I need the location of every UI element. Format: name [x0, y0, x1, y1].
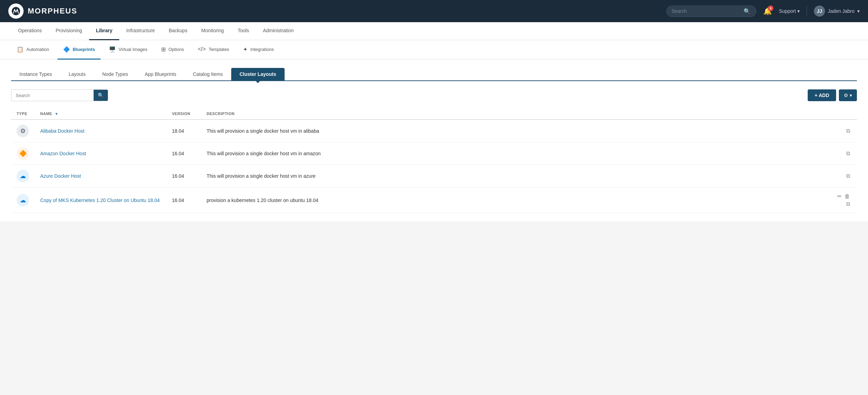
blueprints-icon: 🔷: [63, 46, 70, 53]
cell-actions: ⧉: [829, 120, 857, 142]
sort-arrow-icon: ▼: [55, 112, 58, 116]
support-chevron-icon: ▾: [797, 8, 800, 14]
subnav-blueprints-label: Blueprints: [73, 47, 95, 52]
col-header-version: VERSION: [166, 108, 201, 120]
svg-point-0: [12, 7, 20, 15]
user-name: Jaden Jabro: [828, 8, 854, 14]
blueprint-tabs: Instance Types Layouts Node Types App Bl…: [11, 68, 857, 81]
add-button[interactable]: + ADD: [808, 89, 836, 101]
table-search-input[interactable]: [11, 90, 94, 101]
cell-description: provision a kubernetes 1.20 cluster on u…: [201, 187, 829, 213]
subnav-templates[interactable]: </> Templates: [192, 40, 235, 60]
user-chevron-icon: ▾: [857, 8, 860, 14]
logo-area: MORPHEUS: [8, 3, 77, 19]
col-header-type: TYPE: [11, 108, 35, 120]
integrations-icon: ✦: [243, 46, 248, 53]
cell-version: 16.04: [166, 165, 201, 187]
virtual-images-icon: 🖥️: [109, 46, 116, 53]
nav-item-backups[interactable]: Backups: [162, 22, 194, 40]
subnav-options-label: Options: [168, 47, 184, 52]
table-row: ⚙Alibaba Docker Host18.04This will provi…: [11, 120, 857, 142]
list-toolbar: 🔍 + ADD ⚙ ▾: [11, 89, 857, 101]
cell-actions: ✏🗑⧉: [829, 187, 857, 213]
gear-dropdown-icon: ▾: [850, 93, 852, 98]
cell-type: 🔶: [11, 142, 35, 165]
nav-item-infrastructure[interactable]: Infrastructure: [119, 22, 162, 40]
nav-item-tools[interactable]: Tools: [231, 22, 256, 40]
options-icon: ⊞: [161, 46, 166, 53]
tab-app-blueprints[interactable]: App Blueprints: [136, 68, 184, 80]
nav-item-operations[interactable]: Operations: [11, 22, 49, 40]
automation-icon: 📋: [17, 46, 24, 53]
subnav-automation[interactable]: 📋 Automation: [11, 40, 55, 60]
subnav-integrations[interactable]: ✦ Integrations: [237, 40, 279, 60]
cell-description: This will provision a single docker host…: [201, 142, 829, 165]
table-header-row: TYPE NAME ▼ VERSION DESCRIPTION: [11, 108, 857, 120]
tab-node-types[interactable]: Node Types: [94, 68, 136, 80]
table-search-button[interactable]: 🔍: [94, 90, 108, 101]
cell-version: 16.04: [166, 187, 201, 213]
copy-button[interactable]: ⧉: [845, 150, 851, 157]
table-row: ☁Copy of MKS Kubernetes 1.20 Cluster on …: [11, 187, 857, 213]
nav-item-provisioning[interactable]: Provisioning: [49, 22, 89, 40]
copy-button[interactable]: ⧉: [845, 127, 851, 135]
sub-navbar: 📋 Automation 🔷 Blueprints 🖥️ Virtual Ima…: [0, 40, 868, 60]
nav-item-library[interactable]: Library: [89, 22, 119, 40]
row-name-link[interactable]: Amazon Docker Host: [40, 151, 86, 156]
main-navbar: Operations Provisioning Library Infrastr…: [0, 22, 868, 40]
global-search-bar[interactable]: 🔍: [666, 6, 756, 17]
delete-button[interactable]: 🗑: [843, 193, 851, 200]
notifications-bell[interactable]: 🔔 5: [763, 7, 772, 15]
type-icon: ☁: [17, 194, 29, 207]
cell-type: ☁: [11, 187, 35, 213]
table-search-wrap[interactable]: 🔍: [11, 89, 108, 101]
table-row: 🔶Amazon Docker Host16.04This will provis…: [11, 142, 857, 165]
tab-instance-types[interactable]: Instance Types: [11, 68, 60, 80]
tab-cluster-layouts[interactable]: Cluster Layouts: [231, 68, 285, 80]
copy-button[interactable]: ⧉: [845, 172, 851, 180]
edit-button[interactable]: ✏: [836, 192, 843, 200]
row-name-link[interactable]: Copy of MKS Kubernetes 1.20 Cluster on U…: [40, 198, 160, 203]
cell-version: 16.04: [166, 142, 201, 165]
cell-description: This will provision a single docker host…: [201, 165, 829, 187]
cell-name: Amazon Docker Host: [35, 142, 166, 165]
cell-version: 18.04: [166, 120, 201, 142]
subnav-options[interactable]: ⊞ Options: [156, 40, 190, 60]
global-search-icon: 🔍: [744, 8, 750, 15]
subnav-blueprints[interactable]: 🔷 Blueprints: [58, 40, 101, 60]
toolbar-actions: + ADD ⚙ ▾: [808, 89, 857, 101]
cell-type: ⚙: [11, 120, 35, 142]
type-icon: 🔶: [17, 147, 29, 160]
user-menu-button[interactable]: JJ Jaden Jabro ▾: [814, 6, 860, 17]
row-name-link[interactable]: Azure Docker Host: [40, 173, 81, 179]
subnav-templates-label: Templates: [209, 47, 229, 52]
cell-description: This will provision a single docker host…: [201, 120, 829, 142]
col-header-name: NAME ▼: [35, 108, 166, 120]
nav-item-monitoring[interactable]: Monitoring: [194, 22, 231, 40]
settings-button[interactable]: ⚙ ▾: [839, 89, 857, 101]
cell-name: Azure Docker Host: [35, 165, 166, 187]
col-header-description: DESCRIPTION: [201, 108, 829, 120]
subnav-automation-label: Automation: [26, 47, 49, 52]
global-search-input[interactable]: [671, 8, 741, 14]
nav-divider: [807, 6, 807, 16]
cell-type: ☁: [11, 165, 35, 187]
type-icon: ⚙: [17, 125, 29, 137]
tab-catalog-items[interactable]: Catalog Items: [185, 68, 231, 80]
cell-name: Alibaba Docker Host: [35, 120, 166, 142]
row-name-link[interactable]: Alibaba Docker Host: [40, 128, 85, 134]
type-icon: ☁: [17, 170, 29, 182]
cell-actions: ⧉: [829, 165, 857, 187]
subnav-virtual-images-label: Virtual Images: [119, 47, 147, 52]
col-header-actions: [829, 108, 857, 120]
subnav-virtual-images[interactable]: 🖥️ Virtual Images: [103, 40, 153, 60]
copy-button[interactable]: ⧉: [845, 200, 851, 208]
cell-name: Copy of MKS Kubernetes 1.20 Cluster on U…: [35, 187, 166, 213]
tab-layouts[interactable]: Layouts: [60, 68, 94, 80]
templates-icon: </>: [198, 46, 206, 52]
subnav-integrations-label: Integrations: [250, 47, 274, 52]
support-button[interactable]: Support ▾: [779, 8, 800, 14]
nav-item-administration[interactable]: Administration: [256, 22, 301, 40]
table-row: ☁Azure Docker Host16.04This will provisi…: [11, 165, 857, 187]
nav-right: 🔍 🔔 5 Support ▾ JJ Jaden Jabro ▾: [666, 6, 860, 17]
